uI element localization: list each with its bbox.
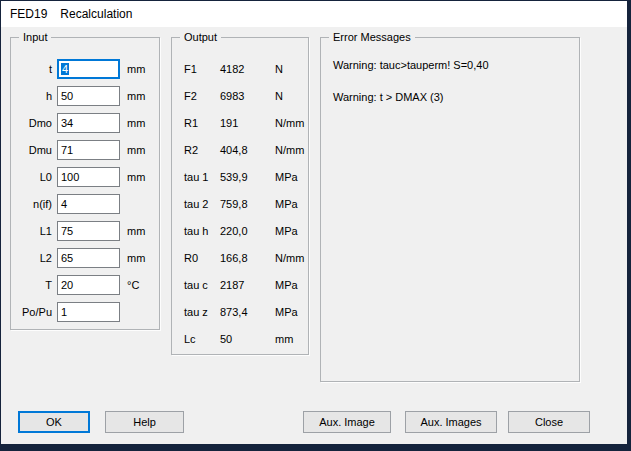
input-row: L0 100 mm (11, 167, 159, 187)
input-row: h 50 mm (11, 86, 159, 106)
output-row: tau 1 539,9 MPa (172, 163, 308, 190)
output-rows-list: F1 4182 N F2 6983 N R1 191 N/mm (172, 55, 308, 352)
input-field-value: 65 (61, 252, 73, 264)
dialog-window: FED19 Recalculation Input t 4 mm (1, 1, 627, 444)
input-field[interactable]: 4 (57, 194, 120, 214)
output-name: tau 2 (184, 198, 220, 210)
output-unit: MPa (275, 171, 298, 183)
input-field[interactable]: 20 (57, 275, 120, 295)
input-row: L1 75 mm (11, 221, 159, 241)
ok-button[interactable]: OK (18, 411, 90, 433)
output-row: tau c 2187 MPa (172, 271, 308, 298)
input-field[interactable]: 4 (57, 59, 120, 79)
input-field-value: 34 (61, 117, 73, 129)
output-name: tau z (184, 306, 220, 318)
window-title: Recalculation (60, 7, 132, 21)
input-field-label: Dmo (11, 117, 52, 129)
output-value: 6983 (220, 90, 275, 102)
input-field[interactable]: 1 (57, 302, 120, 322)
output-value: 4182 (220, 63, 275, 75)
input-field[interactable]: 71 (57, 140, 120, 160)
input-field-value: 75 (61, 225, 73, 237)
input-field[interactable]: 50 (57, 86, 120, 106)
input-row: n(if) 4 (11, 194, 159, 214)
input-field-label: Dmu (11, 144, 52, 156)
error-messages-groupbox-label: Error Messages (329, 30, 415, 44)
app-name: FED19 (10, 7, 47, 21)
output-name: tau h (184, 225, 220, 237)
input-fields-list: t 4 mm h 50 mm (11, 59, 159, 322)
output-row: R2 404,8 N/mm (172, 136, 308, 163)
output-value: 759,8 (220, 198, 275, 210)
aux-image-button[interactable]: Aux. Image (303, 411, 391, 433)
output-row: F2 6983 N (172, 82, 308, 109)
input-field-unit: mm (127, 225, 145, 237)
error-messages-groupbox: Error Messages Warning: tauc>tauperm! S=… (320, 37, 580, 382)
output-row: R1 191 N/mm (172, 109, 308, 136)
input-field-label: Po/Pu (11, 306, 52, 318)
input-field-label: h (11, 90, 52, 102)
title-bar[interactable]: FED19 Recalculation (1, 1, 627, 27)
input-field-unit: mm (127, 252, 145, 264)
input-field-label: T (11, 279, 52, 291)
output-row: tau 2 759,8 MPa (172, 190, 308, 217)
error-message: Warning: tauc>tauperm! S=0,40 (333, 58, 573, 72)
input-field-value: 100 (61, 171, 79, 183)
input-field[interactable]: 100 (57, 167, 120, 187)
output-groupbox: Output F1 4182 N F2 6983 N (171, 37, 309, 355)
input-field-label: L0 (11, 171, 52, 183)
output-name: tau 1 (184, 171, 220, 183)
input-field[interactable]: 75 (57, 221, 120, 241)
output-name: R0 (184, 252, 220, 264)
input-row: Po/Pu 1 (11, 302, 159, 322)
output-value: 220,0 (220, 225, 275, 237)
output-value: 404,8 (220, 144, 275, 156)
output-unit: N (275, 90, 283, 102)
output-name: F1 (184, 63, 220, 75)
output-unit: N (275, 63, 283, 75)
output-name: Lc (184, 333, 220, 345)
output-name: tau c (184, 279, 220, 291)
output-unit: MPa (275, 306, 298, 318)
output-unit: N/mm (275, 117, 304, 129)
output-name: R1 (184, 117, 220, 129)
help-button[interactable]: Help (105, 411, 184, 433)
close-button[interactable]: Close (508, 411, 590, 433)
input-field-label: L2 (11, 252, 52, 264)
input-field-value: 4 (61, 63, 69, 75)
input-field-label: L1 (11, 225, 52, 237)
input-field-value: 71 (61, 144, 73, 156)
output-unit: MPa (275, 198, 298, 210)
input-row: t 4 mm (11, 59, 159, 79)
error-message: Warning: t > DMAX (3) (333, 90, 573, 104)
output-unit: MPa (275, 225, 298, 237)
input-field-unit: mm (127, 144, 145, 156)
output-name: R2 (184, 144, 220, 156)
input-field-unit: mm (127, 90, 145, 102)
output-unit: N/mm (275, 144, 304, 156)
input-row: T 20 °C (11, 275, 159, 295)
output-value: 2187 (220, 279, 275, 291)
input-field-label: n(if) (11, 198, 52, 210)
input-groupbox-label: Input (19, 30, 51, 44)
input-field-label: t (11, 63, 52, 75)
input-field[interactable]: 34 (57, 113, 120, 133)
output-row: tau h 220,0 MPa (172, 217, 308, 244)
output-row: tau z 873,4 MPa (172, 298, 308, 325)
input-field[interactable]: 65 (57, 248, 120, 268)
aux-images-button[interactable]: Aux. Images (405, 411, 497, 433)
input-field-unit: mm (127, 63, 145, 75)
output-unit: MPa (275, 279, 298, 291)
output-unit: mm (275, 333, 293, 345)
output-row: R0 166,8 N/mm (172, 244, 308, 271)
input-groupbox: Input t 4 mm h 50 (10, 37, 160, 330)
input-field-value: 1 (61, 306, 67, 318)
input-field-value: 4 (61, 198, 67, 210)
input-row: L2 65 mm (11, 248, 159, 268)
input-field-unit: mm (127, 171, 145, 183)
output-name: F2 (184, 90, 220, 102)
input-field-unit: mm (127, 117, 145, 129)
output-groupbox-label: Output (180, 30, 221, 44)
output-value: 50 (220, 333, 275, 345)
input-field-value: 50 (61, 90, 73, 102)
